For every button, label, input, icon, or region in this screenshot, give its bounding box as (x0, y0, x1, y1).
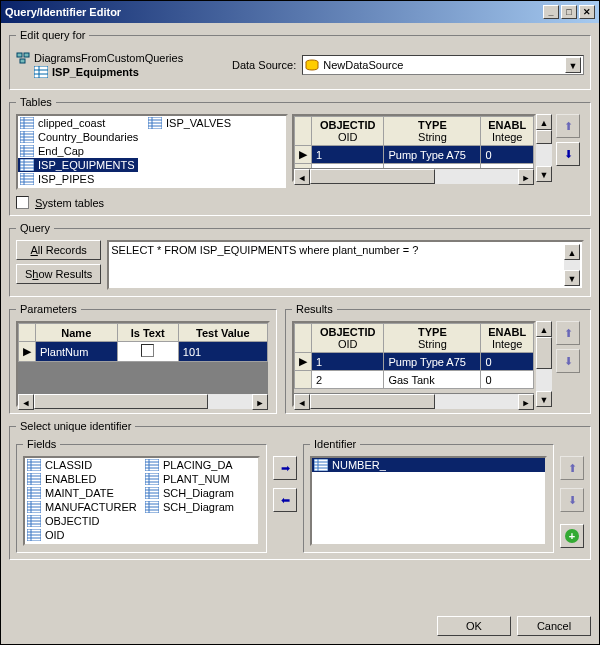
grid-row[interactable]: 2Gas Tank0 (294, 371, 533, 389)
tree-child[interactable]: ISP_Equipments (34, 65, 226, 79)
grid-col-header[interactable]: OBJECTIDOID (312, 117, 384, 146)
grid-col-header[interactable]: Test Value (178, 324, 267, 342)
move-down-button[interactable]: ⬇ (556, 142, 580, 166)
table-icon (34, 66, 48, 78)
grid-cell[interactable]: 1 (312, 146, 384, 164)
tables-listbox[interactable]: clipped_coastCountry_BoundariesEnd_CapIS… (16, 114, 288, 190)
grid-col-header[interactable]: ENABLIntege (481, 117, 534, 146)
show-results-button[interactable]: Show Results (16, 264, 101, 284)
table-list-item[interactable]: Country_Boundaries (18, 130, 138, 144)
table-list-item[interactable]: ISP_VALVES (146, 116, 266, 130)
grid-row-header[interactable] (294, 371, 311, 389)
grid-col-header[interactable]: Name (36, 324, 118, 342)
results-vscroll[interactable] (536, 321, 552, 407)
scroll-down-button[interactable] (536, 166, 552, 182)
scroll-up-button[interactable] (536, 114, 552, 130)
arrow-left-icon (22, 396, 31, 408)
results-move-up-button[interactable]: ⬆ (556, 321, 580, 345)
grid-row[interactable]: ▶1Pump Type A750 (295, 146, 534, 164)
table-list-item[interactable]: clipped_coast (18, 116, 138, 130)
grid-col-header[interactable]: Is Text (117, 324, 178, 342)
minimize-button[interactable]: _ (543, 5, 559, 19)
grid-cell[interactable]: 101 (178, 342, 267, 362)
cancel-button[interactable]: Cancel (517, 616, 591, 636)
data-source-value: NewDataSource (323, 59, 565, 71)
field-list-item[interactable]: OID (25, 528, 135, 542)
scroll-right-button[interactable] (518, 169, 534, 185)
field-list-item[interactable]: MAINT_DATE (25, 486, 135, 500)
tables-grid-hscroll[interactable] (294, 168, 534, 184)
istext-checkbox[interactable] (141, 344, 154, 357)
identifier-listbox[interactable]: NUMBER_ (310, 456, 547, 546)
grid-cell[interactable]: 0 (481, 353, 534, 371)
field-list-item[interactable]: SCH_Diagram (143, 500, 253, 514)
table-list-item[interactable]: ISP_PIPES (18, 172, 138, 186)
grid-row-header[interactable]: ▶ (294, 353, 311, 371)
tree-root[interactable]: DiagramsFromCustomQueries (16, 51, 226, 65)
grid-cell[interactable]: PlantNum (36, 342, 118, 362)
identifier-list-label: NUMBER_ (332, 459, 386, 471)
data-source-combo[interactable]: NewDataSource (302, 55, 584, 75)
grid-col-header[interactable]: TYPEString (384, 117, 481, 146)
ok-button[interactable]: OK (437, 616, 511, 636)
fields-legend: Fields (23, 438, 60, 450)
grid-row[interactable]: ▶1Pump Type A750 (294, 353, 533, 371)
field-list-item[interactable]: OBJECTID (25, 514, 135, 528)
table-list-label: ISP_PIPES (38, 173, 94, 185)
identifier-list-item[interactable]: NUMBER_ (312, 458, 545, 472)
grid-row-header[interactable]: ▶ (19, 342, 36, 362)
tables-datagrid[interactable]: OBJECTIDOIDTYPEStringENABLIntege▶1Pump T… (292, 114, 536, 182)
scroll-left-button[interactable] (294, 169, 310, 185)
grid-cell[interactable]: Pump Type A75 (384, 146, 481, 164)
tables-grid-vscroll[interactable] (536, 114, 552, 182)
sql-vscroll[interactable] (564, 244, 580, 286)
field-list-item[interactable]: PLANT_NUM (143, 472, 253, 486)
arrow-right-icon (255, 396, 264, 408)
results-hscroll[interactable] (294, 393, 534, 409)
field-list-item[interactable]: SCH_Diagram (143, 486, 253, 500)
grid-cell[interactable]: 2 (311, 371, 383, 389)
grid-col-header[interactable]: OBJECTIDOID (311, 324, 383, 353)
table-icon (20, 145, 34, 157)
sql-text: SELECT * FROM ISP_EQUIPMENTS where plant… (111, 244, 564, 286)
field-list-item[interactable]: PLACING_DA (143, 458, 253, 472)
remove-field-button[interactable]: ⬅ (273, 488, 297, 512)
table-list-item[interactable]: End_Cap (18, 144, 138, 158)
svg-rect-0 (17, 53, 22, 57)
grid-cell[interactable]: Gas Tank (384, 371, 481, 389)
table-list-label: clipped_coast (38, 117, 105, 129)
tables-group: Tables clipped_coastCountry_BoundariesEn… (9, 96, 591, 216)
id-move-up-button[interactable]: ⬆ (560, 456, 584, 480)
maximize-button[interactable]: □ (561, 5, 577, 19)
add-field-button[interactable]: ➡ (273, 456, 297, 480)
query-tree[interactable]: DiagramsFromCustomQueries ISP_Equipments (16, 51, 226, 79)
field-list-item[interactable]: MANUFACTURER (25, 500, 135, 514)
grid-row[interactable]: ▶PlantNum101 (19, 342, 268, 362)
sql-textarea[interactable]: SELECT * FROM ISP_EQUIPMENTS where plant… (107, 240, 584, 290)
grid-cell[interactable]: 0 (481, 146, 534, 164)
move-up-button[interactable]: ⬆ (556, 114, 580, 138)
add-identifier-button[interactable]: + (560, 524, 584, 548)
grid-cell[interactable]: 1 (311, 353, 383, 371)
fields-listbox[interactable]: CLASSIDENABLEDMAINT_DATEMANUFACTUREROBJE… (23, 456, 260, 546)
arrow-down-icon (540, 393, 549, 405)
field-list-item[interactable]: ENABLED (25, 472, 135, 486)
results-datagrid[interactable]: OBJECTIDOIDTYPEStringENABLIntege▶1Pump T… (292, 321, 536, 407)
grid-col-header[interactable]: ENABLIntege (481, 324, 534, 353)
field-list-item[interactable]: CLASSID (25, 458, 135, 472)
grid-cell-checkbox[interactable] (117, 342, 178, 362)
combo-dropdown-button[interactable] (565, 57, 581, 73)
system-tables-checkbox[interactable] (16, 196, 29, 209)
table-list-item[interactable]: ISP_EQUIPMENTS (18, 158, 138, 172)
arrow-right-icon (522, 171, 531, 183)
all-records-button[interactable]: All Records (16, 240, 101, 260)
id-move-down-button[interactable]: ⬇ (560, 488, 584, 512)
grid-col-header[interactable]: TYPEString (384, 324, 481, 353)
results-move-down-button[interactable]: ⬇ (556, 349, 580, 373)
grid-cell[interactable]: 0 (481, 371, 534, 389)
close-button[interactable]: ✕ (579, 5, 595, 19)
params-hscroll[interactable] (18, 393, 268, 409)
parameters-datagrid[interactable]: NameIs TextTest Value▶PlantNum101 (16, 321, 270, 407)
grid-cell[interactable]: Pump Type A75 (384, 353, 481, 371)
grid-row-header[interactable]: ▶ (295, 146, 312, 164)
